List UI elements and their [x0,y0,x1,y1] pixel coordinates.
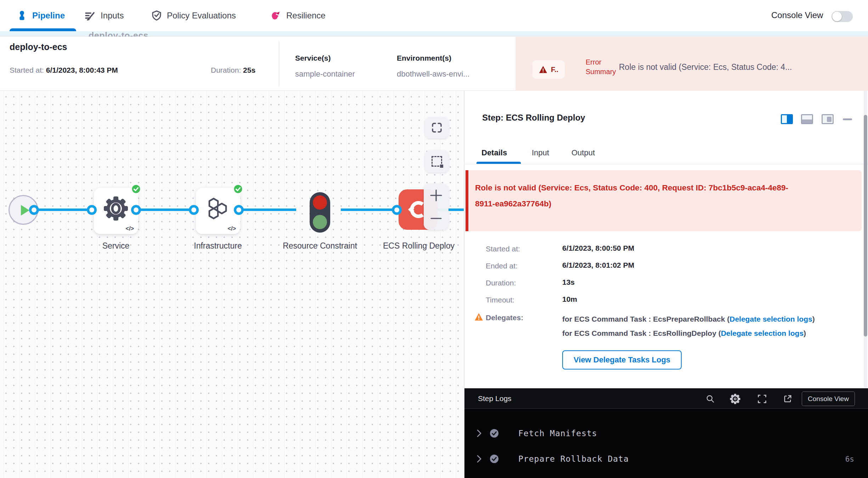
minus-icon [430,212,443,225]
zoom-out-button[interactable] [424,207,449,230]
node-resource-constraint[interactable] [310,192,330,233]
started-at-label: Started at: [486,245,520,253]
zoom-in-button[interactable] [424,184,449,207]
status-badge[interactable]: F.. [532,60,565,79]
status-badge-text: F.. [551,66,558,74]
delegate-selection-logs-link[interactable]: Delegate selection logs [729,315,812,323]
tab-label: Policy Evaluations [167,11,236,21]
tabs-divider [464,164,868,164]
external-link-icon [783,394,793,404]
tab-label: Resilience [286,11,326,21]
plus-icon [430,189,443,202]
connector-port [234,205,244,215]
step-error-banner: Role is not valid (Service: Ecs, Status … [466,170,862,231]
log-section-duration: 6s [845,455,854,463]
layout-bottom-view-icon[interactable] [801,114,813,124]
success-badge-icon [131,184,141,194]
tab-input[interactable]: Input [532,148,549,157]
connector-constraint-ecs [341,209,398,211]
step-logs-title: Step Logs [478,394,512,403]
step-details-panel: Step: ECS Rolling Deploy Details Input O… [464,91,868,478]
timeout-value: 10m [562,295,577,304]
tab-resilience[interactable]: Resilience [270,0,326,31]
connector-port [189,205,199,215]
node-label-resource-constraint: Resource Constraint [281,238,359,253]
node-infrastructure[interactable]: </> [196,188,240,234]
console-view-label: Console View [771,10,823,20]
layout-right-view-icon[interactable] [822,114,834,124]
shield-check-icon [151,10,162,21]
step-logs-area: Fetch Manifests Prepare Rollback Data 6s [464,409,868,478]
canvas-fullscreen-button[interactable] [425,117,449,138]
log-section-label: Fetch Manifests [518,429,597,438]
environments-value[interactable]: dbothwell-aws-envi... [397,70,469,79]
search-icon [706,394,715,404]
fullscreen-icon [757,394,767,404]
chevron-right-icon [475,429,483,438]
failure-warning-icon [539,66,547,73]
canvas-multiselect-button[interactable] [425,150,449,172]
infrastructure-hexagons-icon [205,196,231,221]
connector-service-infra [136,209,194,211]
active-tab-underline [10,28,76,31]
gear-icon [730,394,740,404]
duration-label: Duration: [486,279,516,287]
delegates-label: Delegates: [486,313,523,322]
connector-port [87,205,97,215]
log-search-button[interactable] [705,393,716,405]
top-tab-bar: Pipeline Inputs Policy Evaluations Resil… [0,0,868,31]
started-at-value: 6/1/2023, 8:00:50 PM [562,244,634,252]
services-label: Service(s) [295,54,331,62]
pipeline-icon [17,10,27,21]
error-summary-area: F.. Error Summary Role is not valid (Ser… [515,37,868,91]
chevron-right-icon [475,454,483,463]
tab-inputs[interactable]: Inputs [84,0,124,31]
tab-policy-evaluations[interactable]: Policy Evaluations [151,0,236,31]
delegate-line-1: for ECS Command Task : EcsPrepareRollbac… [562,312,849,326]
code-glyph: </> [126,226,134,232]
timeout-label: Timeout: [486,296,514,304]
pipeline-execution-page: Pipeline Inputs Policy Evaluations Resil… [0,0,868,478]
connector-port [131,205,141,215]
delegate-selection-logs-link[interactable]: Delegate selection logs [721,329,804,337]
run-header: deploy-to-ecs Started at: 6/1/2023, 8:00… [0,37,868,91]
connector-port [29,205,39,215]
delegates-info: for ECS Command Task : EcsPrepareRollbac… [562,312,849,340]
header-divider [279,41,279,87]
ended-at-label: Ended at: [486,262,518,270]
inputs-icon [84,10,96,21]
step-error-message: Role is not valid (Service: Ecs, Status … [475,180,801,212]
console-view-toggle[interactable] [832,11,853,22]
services-value[interactable]: sample-container [295,70,355,79]
connector-start-service [34,209,92,211]
play-icon [21,205,29,216]
ended-at-value: 6/1/2023, 8:01:02 PM [562,261,634,269]
log-console-view-button[interactable]: Console View [802,391,855,406]
fullscreen-icon [431,122,443,133]
step-logs-header: Step Logs [464,388,868,409]
started-at-line: Started at: 6/1/2023, 8:00:43 PM [10,66,118,74]
log-open-new-tab-button[interactable] [782,393,793,405]
node-label-infrastructure: Infrastructure [179,238,257,253]
panel-scrollbar-thumb[interactable] [864,115,867,337]
tab-output[interactable]: Output [571,148,595,157]
log-section-fetch-manifests[interactable]: Fetch Manifests [464,424,868,444]
tab-label: Pipeline [32,11,65,21]
log-fullscreen-button[interactable] [756,393,768,405]
canvas-zoom-control [424,184,449,230]
node-label-service: Service [77,238,155,253]
layout-split-view-icon[interactable] [781,114,793,124]
minimize-panel-button[interactable] [843,118,852,120]
traffic-green-light [313,215,327,229]
pipeline-canvas[interactable]: </> Service </> Infrastructure Resource … [0,91,464,478]
success-badge-icon [233,184,243,194]
log-section-prepare-rollback-data[interactable]: Prepare Rollback Data 6s [464,449,868,469]
resilience-chaos-icon [270,10,281,21]
service-gear-icon [103,196,129,221]
log-section-label: Prepare Rollback Data [518,454,629,463]
view-delegate-tasks-logs-button[interactable]: View Delegate Tasks Logs [562,350,682,369]
tab-pipeline[interactable]: Pipeline [17,0,65,31]
connector-port [392,205,402,215]
log-settings-button[interactable] [729,393,741,405]
tab-details[interactable]: Details [481,148,507,157]
